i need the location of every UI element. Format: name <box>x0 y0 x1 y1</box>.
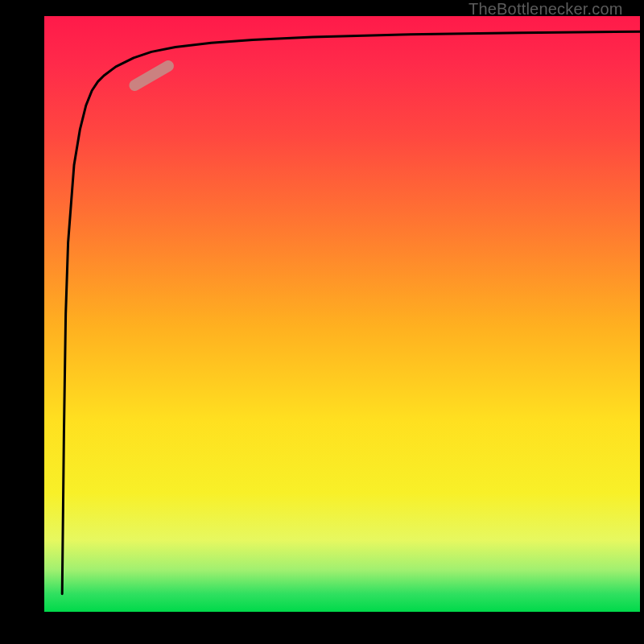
plot-area <box>44 16 640 612</box>
chart-frame: TheBottlenecker.com <box>0 0 644 644</box>
curve-layer <box>44 16 640 612</box>
attribution-text: TheBottlenecker.com <box>469 0 623 19</box>
bottleneck-curve <box>62 31 640 594</box>
highlight-pill <box>127 58 176 93</box>
